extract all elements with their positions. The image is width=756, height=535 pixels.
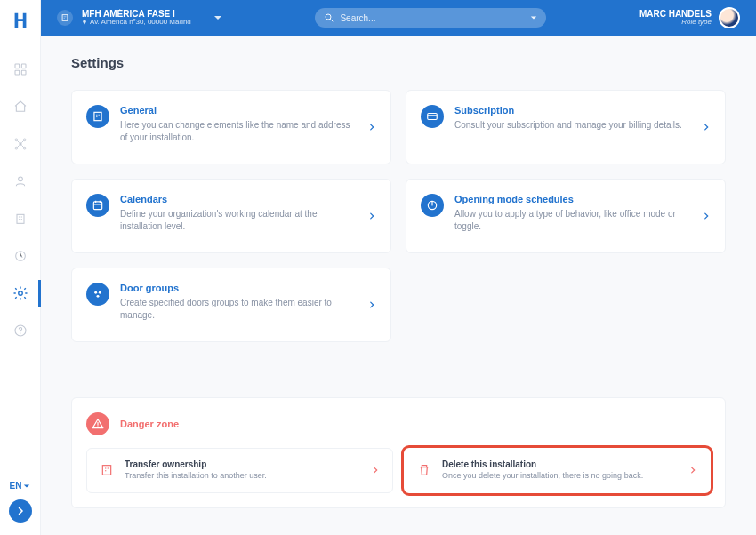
action-desc: Once you delete your installation, there… [442, 471, 678, 482]
card-desc: Here you can change elements like the na… [120, 119, 357, 144]
svg-rect-3 [21, 70, 26, 75]
svg-rect-0 [15, 64, 20, 68]
danger-zone: Danger zone Transfer ownership Transfer … [71, 397, 726, 508]
user-role: Role type [639, 19, 712, 27]
card-desc: Define your organization's working calen… [120, 208, 357, 233]
warning-icon [86, 412, 109, 435]
caret-down-icon [213, 13, 222, 22]
nav-history[interactable] [0, 244, 41, 268]
svg-point-22 [97, 295, 100, 298]
card-desc: Consult your subscription and manage you… [454, 119, 691, 132]
chevron-right-icon [367, 212, 376, 220]
settings-cards: General Here you can change elements lik… [71, 90, 726, 342]
transfer-icon [100, 463, 114, 477]
svg-rect-2 [15, 70, 20, 75]
caret-down-icon [23, 483, 30, 490]
delete-installation-button[interactable]: Delete this installation Once you delete… [404, 448, 711, 493]
trash-icon [417, 463, 431, 477]
subscription-icon [426, 110, 438, 123]
gear-icon [12, 285, 28, 301]
card-title: Opening mode schedules [454, 194, 691, 204]
card-subscription[interactable]: Subscription Consult your subscription a… [406, 90, 726, 164]
svg-rect-23 [102, 466, 110, 475]
building-icon [86, 105, 109, 128]
search-box[interactable] [315, 8, 546, 28]
card-desc: Create specified doors groups to make th… [120, 297, 357, 322]
card-title: Subscription [454, 105, 691, 116]
calendar-icon [86, 194, 109, 217]
svg-rect-10 [17, 214, 24, 223]
page-title: Settings [71, 55, 726, 70]
installation-info: MFH AMÉRICA FASE I Av. América nº30, 000… [82, 9, 191, 27]
svg-rect-18 [93, 202, 101, 210]
caret-down-icon [530, 14, 537, 21]
installation-address: Av. América nº30, 00000 Madrid [82, 19, 191, 27]
svg-rect-14 [62, 15, 68, 21]
svg-point-21 [99, 291, 101, 294]
nav-users[interactable] [0, 169, 41, 194]
installation-switcher[interactable]: MFH AMÉRICA FASE I Av. América nº30, 000… [57, 9, 222, 27]
avatar [719, 7, 740, 28]
svg-point-5 [15, 139, 18, 141]
card-schedules[interactable]: Opening mode schedules Allow you to appl… [406, 179, 726, 253]
action-title: Transfer ownership [125, 459, 360, 469]
transfer-ownership-button[interactable]: Transfer ownership Transfer this install… [86, 448, 393, 493]
svg-rect-1 [21, 64, 26, 68]
danger-title: Danger zone [120, 419, 179, 429]
sidebar-nav [0, 57, 41, 343]
user-icon [13, 174, 28, 188]
search-input[interactable] [340, 13, 530, 23]
collapse-sidebar-button[interactable] [9, 499, 32, 523]
user-info: MARC HANDELS Role type [639, 9, 712, 27]
building-icon [57, 10, 73, 26]
network-icon [13, 137, 28, 151]
card-general[interactable]: General Here you can change elements lik… [71, 90, 391, 164]
chevron-right-icon [367, 300, 376, 309]
sidebar: EN [0, 0, 41, 535]
chevron-right-icon [371, 466, 380, 475]
card-calendars[interactable]: Calendars Define your organization's wor… [71, 179, 391, 253]
card-icon-badge [421, 105, 444, 128]
chevron-right-icon [702, 123, 711, 132]
card-doorgroups[interactable]: Door groups Create specified doors group… [71, 268, 391, 342]
main: Settings General Here you can change ele… [41, 36, 756, 535]
power-icon [421, 194, 444, 217]
nav-settings[interactable] [0, 281, 41, 306]
nav-network[interactable] [0, 132, 41, 156]
nav-home[interactable] [0, 94, 41, 119]
card-title: General [120, 105, 357, 116]
action-title: Delete this installation [442, 459, 678, 469]
dashboard-icon [13, 62, 28, 76]
app-logo[interactable] [11, 11, 30, 30]
card-title: Door groups [120, 283, 357, 293]
home-icon [13, 100, 28, 114]
search-icon [324, 12, 334, 23]
language-selector[interactable]: EN [10, 481, 31, 491]
card-title: Calendars [120, 194, 357, 204]
user-menu[interactable]: MARC HANDELS Role type [639, 7, 740, 28]
svg-point-4 [19, 142, 21, 145]
sidebar-footer: EN [9, 481, 32, 535]
history-icon [13, 249, 28, 263]
chevron-right-icon [688, 466, 697, 475]
nav-help[interactable] [0, 318, 41, 343]
building-icon [13, 212, 28, 226]
danger-header: Danger zone [86, 412, 711, 435]
nav-installation[interactable] [0, 206, 41, 231]
svg-point-12 [18, 291, 22, 296]
svg-point-6 [23, 139, 26, 141]
svg-point-9 [18, 177, 22, 181]
svg-rect-17 [428, 114, 438, 120]
card-desc: Allow you to apply a type of behavior, l… [454, 208, 691, 233]
svg-point-20 [94, 291, 97, 294]
svg-point-8 [23, 147, 26, 149]
chevron-right-icon [15, 506, 26, 516]
svg-point-7 [15, 147, 18, 149]
nav-dashboard[interactable] [0, 57, 41, 82]
language-label: EN [10, 481, 22, 491]
chevron-right-icon [367, 123, 376, 132]
group-icon [86, 283, 109, 306]
svg-point-15 [326, 14, 331, 20]
header: MFH AMÉRICA FASE I Av. América nº30, 000… [41, 0, 756, 36]
action-desc: Transfer this installation to another us… [125, 471, 360, 482]
